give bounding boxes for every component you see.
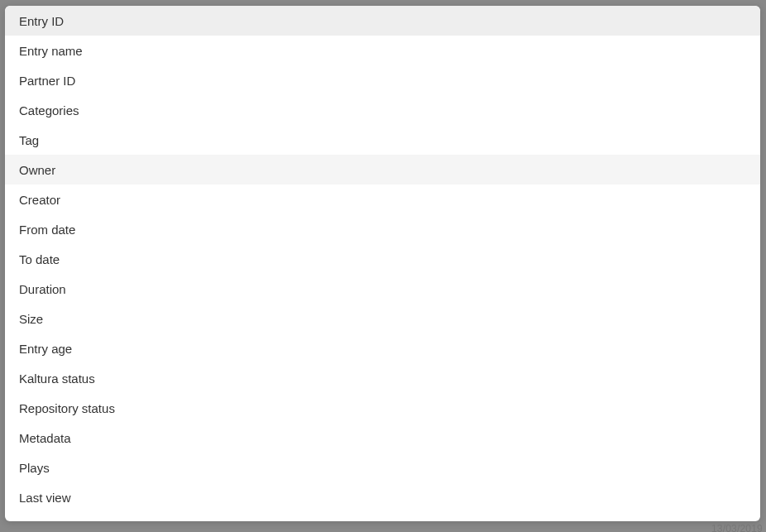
dropdown-option-last-view[interactable]: Last view (5, 482, 760, 512)
option-label: Duration (19, 282, 66, 296)
option-label: Creator (19, 193, 60, 207)
option-label: Entry ID (19, 14, 64, 28)
dropdown-option-plays[interactable]: Plays (5, 453, 760, 482)
option-label: Tag (19, 133, 39, 147)
dropdown-option-creator[interactable]: Creator (5, 185, 760, 214)
dropdown-option-owner[interactable]: Owner (5, 155, 760, 185)
option-label: Kaltura status (19, 371, 95, 386)
option-label: Last view (19, 491, 71, 505)
background-date-text: 13/03/2019 (711, 524, 763, 532)
dropdown-option-entry-name[interactable]: Entry name (5, 36, 760, 65)
dropdown-option-size[interactable]: Size (5, 304, 760, 333)
dropdown-option-entry-age[interactable]: Entry age (5, 333, 760, 363)
option-label: Size (19, 312, 43, 326)
option-label: Metadata (19, 431, 71, 445)
dropdown-option-from-date[interactable]: From date (5, 214, 760, 244)
dropdown-option-kaltura-status[interactable]: Kaltura status (5, 363, 760, 393)
dropdown-option-metadata[interactable]: Metadata (5, 423, 760, 453)
date-fragment: 13/03/2019 (711, 524, 763, 532)
option-label: Plays (19, 461, 50, 475)
dropdown-option-partner-id[interactable]: Partner ID (5, 65, 760, 95)
option-label: Entry age (19, 342, 72, 356)
dropdown-option-categories[interactable]: Categories (5, 95, 760, 125)
option-label: From date (19, 223, 75, 237)
option-label: Owner (19, 163, 55, 177)
option-label: To date (19, 252, 60, 266)
dropdown-option-entry-id[interactable]: Entry ID (5, 6, 760, 36)
option-label: Entry name (19, 44, 83, 58)
dropdown-option-tag[interactable]: Tag (5, 125, 760, 155)
dropdown-option-repository-status[interactable]: Repository status (5, 393, 760, 423)
option-label: Categories (19, 103, 79, 117)
option-label: Repository status (19, 401, 115, 415)
dropdown-option-duration[interactable]: Duration (5, 274, 760, 304)
option-label: Partner ID (19, 74, 75, 88)
dropdown-option-to-date[interactable]: To date (5, 244, 760, 274)
filter-dropdown-panel: Entry ID Entry name Partner ID Categorie… (5, 6, 760, 521)
